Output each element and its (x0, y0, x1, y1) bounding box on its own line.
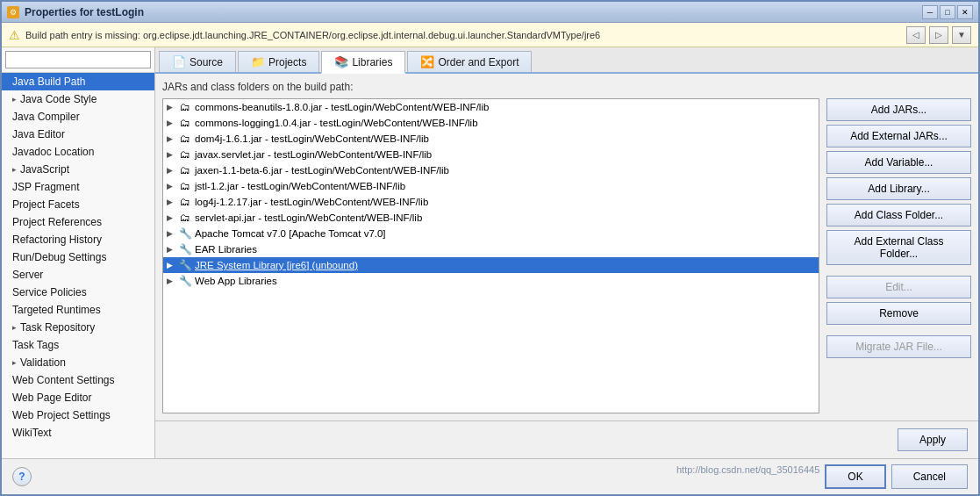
sidebar-item-wikitext[interactable]: WikiText (2, 424, 154, 442)
sidebar-item-web-content-settings[interactable]: Web Content Settings (2, 371, 154, 389)
main-content: Java Build Path▸Java Code StyleJava Comp… (2, 47, 978, 458)
library-type-icon: 🗂 (178, 196, 192, 208)
add-jars-button[interactable]: Add JARs... (826, 98, 971, 121)
sidebar-item-run-debug-settings[interactable]: Run/Debug Settings (2, 248, 154, 266)
library-expand-icon: ▶ (167, 198, 175, 206)
sidebar-item-label: Java Build Path (12, 75, 85, 88)
library-item-ear-libraries[interactable]: ▶🔧EAR Libraries (163, 241, 819, 257)
library-item-commons-logging[interactable]: ▶🗂commons-logging1.0.4.jar - testLogin/W… (163, 115, 819, 131)
sidebar-item-jsp-fragment[interactable]: JSP Fragment (2, 178, 154, 196)
sidebar-item-service-policies[interactable]: Service Policies (2, 284, 154, 301)
tab-source[interactable]: 📄Source (159, 51, 236, 72)
sidebar-item-label: Server (12, 269, 43, 281)
search-box (2, 47, 154, 73)
sidebar-item-javadoc-location[interactable]: Javadoc Location (2, 143, 154, 161)
sidebar-item-project-references[interactable]: Project References (2, 213, 154, 231)
remove-button[interactable]: Remove (826, 302, 971, 325)
ok-button[interactable]: OK (825, 464, 885, 489)
sidebar-item-label: Java Code Style (20, 93, 97, 105)
source-tab-icon: 📄 (172, 55, 186, 68)
library-expand-icon: ▶ (167, 119, 175, 127)
library-name: jaxen-1.1-beta-6.jar - testLogin/WebCont… (195, 165, 815, 176)
sidebar-item-javascript[interactable]: ▸JavaScript (2, 161, 154, 178)
apply-button[interactable]: Apply (898, 428, 968, 451)
warning-bar: ⚠ Build path entry is missing: org.eclip… (2, 23, 978, 47)
sidebar-item-web-page-editor[interactable]: Web Page Editor (2, 389, 154, 406)
nav-back-button[interactable]: ◁ (906, 26, 926, 44)
library-item-servlet-api[interactable]: ▶🗂servlet-api.jar - testLogin/WebContent… (163, 210, 819, 226)
sidebar-item-java-build-path[interactable]: Java Build Path (2, 73, 154, 90)
cancel-button[interactable]: Cancel (891, 464, 968, 489)
library-item-jstl[interactable]: ▶🗂jstl-1.2.jar - testLogin/WebContent/WE… (163, 178, 819, 194)
library-expand-icon: ▶ (167, 277, 175, 285)
close-button[interactable]: ✕ (957, 5, 973, 19)
add-external-jars-button[interactable]: Add External JARs... (826, 125, 971, 147)
add-variable-button[interactable]: Add Variable... (826, 151, 971, 174)
library-item-log4j[interactable]: ▶🗂log4j-1.2.17.jar - testLogin/WebConten… (163, 194, 819, 210)
nav-menu-button[interactable]: ▼ (952, 26, 971, 44)
sidebar-item-label: Refactoring History (12, 234, 102, 246)
library-name: EAR Libraries (195, 244, 815, 255)
library-expand-icon: ▶ (167, 134, 175, 143)
search-input[interactable] (5, 51, 151, 68)
source-tab-label: Source (190, 56, 223, 68)
sidebar-item-label: Run/Debug Settings (12, 251, 106, 263)
library-name: commons-beanutils-1.8.0.jar - testLogin/… (195, 102, 815, 112)
sidebar-item-label: Service Policies (12, 286, 87, 298)
library-item-commons-beanutils[interactable]: ▶🗂commons-beanutils-1.8.0.jar - testLogi… (163, 99, 819, 115)
button-spacer (826, 269, 971, 272)
library-name: commons-logging1.0.4.jar - testLogin/Web… (195, 118, 815, 128)
tab-projects[interactable]: 📁Projects (238, 51, 319, 72)
sidebar-item-label: Java Compiler (12, 111, 80, 123)
library-item-javax-servlet[interactable]: ▶🗂javax.servlet.jar - testLogin/WebConte… (163, 147, 819, 162)
library-item-dom4j[interactable]: ▶🗂dom4j-1.6.1.jar - testLogin/WebContent… (163, 131, 819, 147)
sidebar-item-label: Project Facets (12, 198, 80, 211)
library-item-jre-system[interactable]: ▶🔧JRE System Library [jre6] (unbound) (163, 257, 819, 273)
tab-order-export[interactable]: 🔀Order and Export (407, 51, 532, 72)
add-external-class-folder-button[interactable]: Add External Class Folder... (826, 230, 971, 265)
expand-arrow-icon: ▸ (12, 323, 17, 332)
sidebar-item-label: Project References (12, 216, 102, 228)
sidebar-item-java-compiler[interactable]: Java Compiler (2, 108, 154, 126)
sidebar-item-task-repository[interactable]: ▸Task Repository (2, 319, 154, 336)
sidebar-item-refactoring-history[interactable]: Refactoring History (2, 231, 154, 248)
library-expand-icon: ▶ (167, 229, 175, 238)
maximize-button[interactable]: □ (940, 5, 955, 19)
bottom-buttons: http://blog.csdn.net/qq_35016445 OK Canc… (676, 464, 968, 489)
sidebar-item-java-editor[interactable]: Java Editor (2, 126, 154, 143)
sidebar-list: Java Build Path▸Java Code StyleJava Comp… (2, 73, 154, 458)
sidebar-item-java-code-style[interactable]: ▸Java Code Style (2, 90, 154, 108)
library-type-icon: 🗂 (178, 180, 192, 192)
add-library-button[interactable]: Add Library... (826, 177, 971, 200)
sidebar-item-validation[interactable]: ▸Validation (2, 354, 154, 371)
library-item-jaxen[interactable]: ▶🗂jaxen-1.1-beta-6.jar - testLogin/WebCo… (163, 162, 819, 178)
library-name: servlet-api.jar - testLogin/WebContent/W… (195, 212, 815, 223)
tab-libraries[interactable]: 📚Libraries (321, 51, 405, 74)
sidebar-item-task-tags[interactable]: Task Tags (2, 336, 154, 354)
sidebar-item-web-project-settings[interactable]: Web Project Settings (2, 406, 154, 424)
library-name: JRE System Library [jre6] (unbound) (195, 260, 815, 270)
minimize-button[interactable]: ─ (922, 5, 938, 19)
panel-content: JARs and class folders on the build path… (155, 74, 978, 421)
sidebar-item-targeted-runtimes[interactable]: Targeted Runtimes (2, 301, 154, 319)
expand-arrow-icon: ▸ (12, 95, 17, 104)
library-type-icon: 🗂 (178, 148, 192, 161)
help-button[interactable]: ? (12, 467, 32, 486)
nav-forward-button[interactable]: ▷ (929, 26, 948, 44)
sidebar-item-project-facets[interactable]: Project Facets (2, 196, 154, 213)
migrate-jar-button: Migrate JAR File... (826, 335, 971, 358)
warning-nav: ◁ ▷ ▼ (906, 26, 971, 44)
title-bar-buttons: ─ □ ✕ (922, 5, 973, 19)
library-type-icon: 🔧 (178, 243, 192, 255)
library-item-apache-tomcat[interactable]: ▶🔧Apache Tomcat v7.0 [Apache Tomcat v7.0… (163, 226, 819, 241)
sidebar-item-label: Web Page Editor (12, 392, 92, 404)
button-spacer (826, 328, 971, 332)
library-expand-icon: ▶ (167, 103, 175, 111)
expand-arrow-icon: ▸ (12, 358, 17, 367)
library-item-web-app-libraries[interactable]: ▶🔧Web App Libraries (163, 273, 819, 289)
projects-tab-label: Projects (268, 56, 306, 68)
add-class-folder-button[interactable]: Add Class Folder... (826, 204, 971, 226)
sidebar-item-label: Web Project Settings (12, 409, 111, 421)
sidebar-item-server[interactable]: Server (2, 266, 154, 284)
library-type-icon: 🔧 (178, 227, 192, 240)
